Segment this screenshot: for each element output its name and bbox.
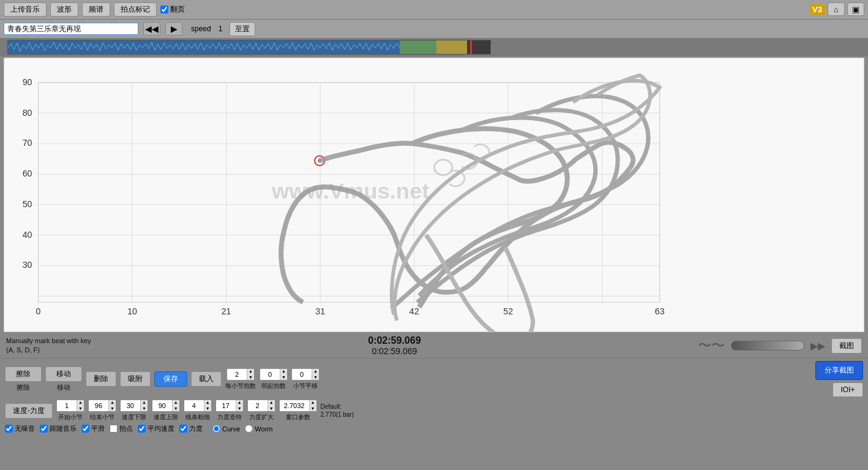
svg-text:10: 10: [127, 306, 137, 316]
play-btn[interactable]: ▶: [165, 22, 182, 36]
ioi-btn[interactable]: IOI+: [832, 382, 863, 397]
waveform-yellow-region: [436, 40, 467, 54]
start-beat-up[interactable]: ▲: [280, 368, 287, 374]
erase-btn[interactable]: 擦除: [5, 366, 42, 382]
amp-up[interactable]: ▲: [268, 400, 275, 406]
speed-low-input[interactable]: [121, 402, 140, 409]
svg-rect-0: [8, 40, 400, 55]
start-beat-down[interactable]: ▼: [280, 374, 287, 381]
smooth-label: 平滑: [91, 424, 105, 433]
window-param-down[interactable]: ▼: [310, 406, 316, 412]
anchor-checkbox[interactable]: [110, 425, 118, 433]
beats-per-measure-field: ▲ ▼: [226, 368, 255, 381]
end-measure-input[interactable]: [89, 402, 108, 409]
end-measure-down[interactable]: ▼: [109, 406, 116, 412]
speed-low-up[interactable]: ▲: [141, 400, 148, 406]
waveform-btn[interactable]: 波形: [50, 2, 78, 17]
beat-shift-up[interactable]: ▲: [312, 368, 319, 374]
no-silence-checkbox[interactable]: [5, 425, 13, 433]
end-measure-arrows: ▲ ▼: [108, 400, 116, 412]
end-measure-label: 结束小节: [90, 413, 114, 422]
svg-text:63: 63: [655, 306, 665, 316]
anchor-label: 拍点: [119, 424, 133, 433]
save-btn[interactable]: 保存: [154, 371, 187, 387]
start-measure-label: 开始小节: [58, 413, 83, 422]
strength-up[interactable]: ▲: [236, 400, 243, 406]
beats-per-measure-up[interactable]: ▲: [247, 368, 254, 374]
speed-low-down[interactable]: ▼: [141, 406, 148, 412]
strength-input[interactable]: [216, 402, 236, 409]
song-bar: ◀◀ ▶ speed 1 至置: [0, 20, 868, 38]
start-measure-down[interactable]: ▼: [77, 406, 84, 412]
line-width-input[interactable]: [184, 402, 204, 409]
v3-badge: V3: [809, 4, 825, 15]
home-button[interactable]: ⌂: [828, 2, 845, 16]
speed-low-arrows: ▲ ▼: [140, 400, 148, 412]
follow-audio-checkbox[interactable]: [40, 425, 48, 433]
smooth-checkbox[interactable]: [81, 425, 89, 433]
progress-bar-mini[interactable]: [731, 341, 804, 351]
song-title-input[interactable]: [4, 23, 138, 35]
beats-per-measure-down[interactable]: ▼: [247, 374, 254, 381]
strength-down[interactable]: ▼: [236, 406, 243, 412]
move-btn[interactable]: 移动: [45, 366, 82, 382]
waveform-svg: [8, 40, 400, 55]
frequency-btn[interactable]: 频谱: [82, 2, 110, 17]
amp-group: ▲ ▼ 力度扩大: [247, 400, 275, 422]
view-screenshot-btn[interactable]: 截图: [831, 338, 862, 354]
beat-shift-input[interactable]: [292, 371, 312, 378]
waveform-container[interactable]: [7, 40, 491, 55]
move-label: 移动: [57, 383, 70, 392]
waveform-green-region: [400, 40, 436, 54]
speed-high-down[interactable]: ▼: [173, 406, 179, 412]
line-width-down[interactable]: ▼: [204, 406, 211, 412]
beat-shift-label: 小节平移: [293, 382, 318, 390]
follow-audio-item: 跟随音乐: [40, 424, 77, 433]
smooth-item: 平滑: [81, 424, 105, 433]
load-btn[interactable]: 载入: [191, 371, 222, 387]
anchor-item: 拍点: [110, 424, 133, 433]
start-measure-input[interactable]: [57, 402, 77, 409]
camera-button[interactable]: ▣: [847, 2, 864, 16]
window-param-up[interactable]: ▲: [310, 400, 316, 406]
ctrl-row3: 无噪音 跟随音乐 平滑 拍点 平均速度 力度 Curve: [5, 424, 863, 433]
curve-radio[interactable]: [212, 425, 220, 433]
line-width-up[interactable]: ▲: [204, 400, 211, 406]
window-param-field: ▲ ▼: [279, 400, 317, 412]
share-btn[interactable]: 分享截图: [815, 361, 863, 380]
beats-per-measure-arrows: ▲ ▼: [247, 368, 254, 381]
speed-high-input[interactable]: [152, 402, 172, 409]
svg-text:0: 0: [36, 306, 41, 316]
curve-label: Curve: [222, 425, 240, 433]
amp-down[interactable]: ▼: [268, 406, 275, 412]
chart-svg: 90 80 70 60 50 40 30 0 10 21 31 42 52 63…: [4, 58, 864, 332]
worm-item: Worm: [245, 425, 272, 433]
page-flip-checkbox[interactable]: [160, 6, 168, 13]
speed-high-arrows: ▲ ▼: [172, 400, 179, 412]
no-silence-label: 无噪音: [15, 424, 35, 433]
window-param-input[interactable]: [280, 402, 309, 409]
worm-radio[interactable]: [245, 425, 253, 433]
apply-btn[interactable]: 至置: [230, 22, 255, 36]
speed-high-up[interactable]: ▲: [173, 400, 179, 406]
speed-strength-btn[interactable]: 速度-力度: [5, 403, 53, 419]
strength2-checkbox[interactable]: [179, 425, 187, 433]
delete-btn[interactable]: 删除: [86, 371, 116, 387]
waveform-icon: 〜〜: [698, 336, 725, 355]
beat-shift-down[interactable]: ▼: [312, 374, 319, 381]
svg-text:70: 70: [23, 138, 32, 148]
absorb-btn[interactable]: 吸附: [120, 371, 151, 387]
start-measure-field: ▲ ▼: [56, 400, 84, 412]
prev-btn[interactable]: ◀◀: [143, 22, 160, 36]
beats-per-measure-input[interactable]: [227, 371, 247, 378]
upload-music-btn[interactable]: 上传音乐: [4, 2, 47, 17]
avg-speed-checkbox[interactable]: [138, 425, 146, 433]
amp-input[interactable]: [248, 402, 268, 409]
beat-mark-btn[interactable]: 拍点标记: [114, 2, 157, 17]
ctrl-row1: 擦除 擦除 移动 移动 删除 吸附 保存 载入 ▲ ▼ 每小节拍数: [5, 361, 863, 397]
start-measure-group: ▲ ▼ 开始小节: [56, 400, 84, 422]
start-beat-input[interactable]: [260, 371, 280, 378]
end-measure-up[interactable]: ▲: [109, 400, 116, 406]
start-measure-up[interactable]: ▲: [77, 400, 84, 406]
toolbar: 上传音乐 波形 频谱 拍点标记 翻页: [0, 0, 868, 20]
